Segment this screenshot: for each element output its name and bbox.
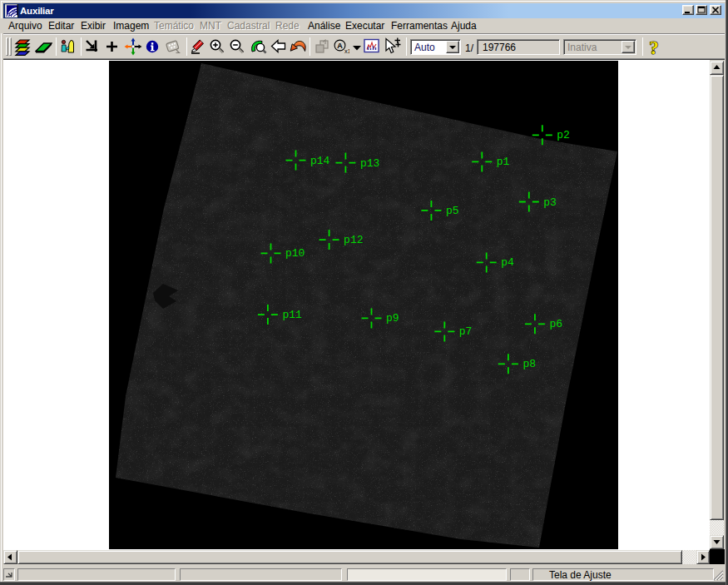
svg-text:p4: p4 [501,256,514,269]
svg-text:p11: p11 [282,309,302,321]
svg-text:p2: p2 [557,129,570,141]
svg-text:p3: p3 [543,196,557,209]
svg-text:p5: p5 [446,205,459,217]
svg-text:p8: p8 [522,358,536,370]
svg-text:p9: p9 [386,312,399,325]
svg-text:p13: p13 [360,157,379,170]
svg-text:p10: p10 [285,247,305,260]
svg-text:p14: p14 [310,155,330,167]
svg-text:p6: p6 [549,318,562,330]
svg-text:p1: p1 [497,156,510,168]
svg-text:p12: p12 [344,234,363,246]
svg-text:p7: p7 [459,325,473,338]
